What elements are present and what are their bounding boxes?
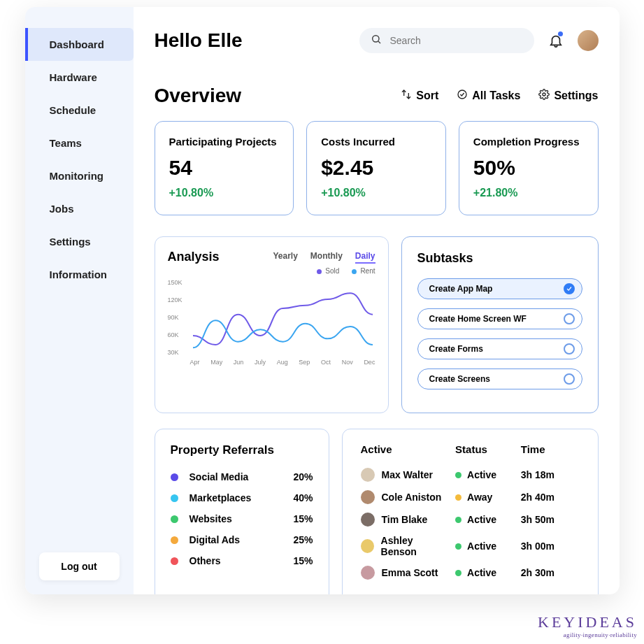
analysis-tab-daily[interactable]: Daily <box>355 251 375 264</box>
sort-button[interactable]: Sort <box>401 89 438 103</box>
notifications-button[interactable] <box>548 33 564 48</box>
status-dot <box>455 570 461 576</box>
subtask-item[interactable]: Create App Map <box>417 278 582 299</box>
status-text: Active <box>467 541 496 552</box>
logout-button[interactable]: Log out <box>39 552 120 580</box>
color-dot <box>171 557 178 565</box>
avatar <box>361 468 375 482</box>
col-time: Time <box>521 443 580 455</box>
status-text: Active <box>467 469 496 480</box>
referral-label: Social Media <box>189 471 249 482</box>
active-user-row: Cole Aniston Away 2h 40m <box>361 490 580 504</box>
time-text: 3h 18m <box>521 469 580 480</box>
color-dot <box>171 536 178 544</box>
gear-icon <box>538 89 550 103</box>
sidebar-item-jobs[interactable]: Jobs <box>25 192 134 225</box>
referral-label: Websites <box>189 513 232 524</box>
svg-point-2 <box>458 90 466 99</box>
analysis-title: Analysis <box>168 250 220 264</box>
sidebar-item-hardware[interactable]: Hardware <box>25 61 134 94</box>
color-dot <box>171 515 178 523</box>
subtask-item[interactable]: Create Screens <box>417 368 582 389</box>
card-value: 54 <box>169 156 280 180</box>
overview-header: Overview Sort All Tasks <box>155 85 599 107</box>
active-user-row: Tim Blake Active 3h 50m <box>361 513 580 527</box>
user-name: Max Walter <box>382 469 433 480</box>
sidebar-item-information[interactable]: Information <box>25 258 134 291</box>
analysis-tab-yearly[interactable]: Yearly <box>273 251 297 264</box>
referral-item: Digital Ads 25% <box>171 534 313 545</box>
referrals-panel: Property Referrals Social Media 20% Mark… <box>155 429 329 594</box>
referral-pct: 20% <box>293 471 313 482</box>
svg-point-0 <box>372 36 378 42</box>
circle-icon <box>564 313 575 324</box>
subtask-label: Create App Map <box>429 284 493 294</box>
status-dot <box>455 494 461 501</box>
search-icon <box>371 34 382 48</box>
status-text: Away <box>467 492 492 503</box>
user-avatar[interactable] <box>578 30 599 51</box>
sidebar-item-monitoring[interactable]: Monitoring <box>25 159 134 192</box>
status-text: Active <box>467 567 496 578</box>
time-text: 3h 00m <box>521 541 580 552</box>
referral-label: Marketplaces <box>189 492 252 503</box>
subtask-label: Create Screens <box>429 374 490 384</box>
analysis-tab-monthly[interactable]: Monthly <box>310 251 343 264</box>
avatar <box>361 566 375 580</box>
card-value: $2.45 <box>321 156 431 180</box>
color-dot <box>171 473 178 481</box>
settings-button[interactable]: Settings <box>538 89 598 103</box>
subtasks-title: Subtasks <box>417 251 582 266</box>
stat-card: Completion Progress 50% +21.80% <box>459 121 599 215</box>
sidebar-item-dashboard[interactable]: Dashboard <box>25 28 134 61</box>
active-user-row: Max Walter Active 3h 18m <box>361 468 580 482</box>
avatar <box>361 490 375 504</box>
user-name: Emma Scott <box>382 567 438 578</box>
legend-sold: Sold <box>317 267 339 275</box>
time-text: 2h 30m <box>521 567 580 578</box>
subtask-label: Create Forms <box>429 344 483 354</box>
active-user-row: Ashley Benson Active 3h 00m <box>361 535 580 557</box>
active-user-row: Emma Scott Active 2h 30m <box>361 566 580 580</box>
card-title: Costs Incurred <box>321 136 431 148</box>
status-dot <box>455 543 461 550</box>
referral-item: Websites 15% <box>171 513 313 524</box>
analysis-panel: Analysis YearlyMonthlyDaily Sold Rent 15… <box>155 236 389 413</box>
referrals-title: Property Referrals <box>171 443 313 457</box>
referral-pct: 15% <box>293 513 313 524</box>
topbar: Hello Elle <box>155 28 599 53</box>
col-active: Active <box>361 443 449 455</box>
sidebar-item-schedule[interactable]: Schedule <box>25 94 134 127</box>
active-users-panel: Active Status Time Max Walter Active 3h … <box>342 429 599 594</box>
sidebar-item-settings[interactable]: Settings <box>25 225 134 258</box>
avatar <box>361 539 374 553</box>
subtask-item[interactable]: Create Forms <box>417 338 582 359</box>
sort-icon <box>401 89 412 103</box>
analysis-chart: 150K120K90K60K30K AprMayJunJulyAugSepOct… <box>168 279 375 366</box>
status-dot <box>455 517 461 523</box>
referral-pct: 25% <box>293 534 313 545</box>
user-name: Cole Aniston <box>382 492 442 503</box>
subtask-item[interactable]: Create Home Screen WF <box>417 308 582 329</box>
all-tasks-button[interactable]: All Tasks <box>457 89 520 103</box>
search-box[interactable] <box>359 28 534 53</box>
referral-pct: 40% <box>293 492 313 503</box>
user-name: Ashley Benson <box>381 535 448 557</box>
card-delta: +10.80% <box>169 187 280 199</box>
stats-cards: Participating Projects 54 +10.80%Costs I… <box>155 121 599 215</box>
referral-item: Marketplaces 40% <box>171 492 313 503</box>
referral-label: Others <box>189 555 221 566</box>
svg-line-1 <box>378 41 380 43</box>
status-dot <box>455 472 461 478</box>
card-value: 50% <box>473 156 584 180</box>
referral-pct: 15% <box>293 555 313 566</box>
col-status: Status <box>455 443 514 455</box>
sidebar-item-teams[interactable]: Teams <box>25 127 134 159</box>
subtasks-panel: Subtasks Create App Map Create Home Scre… <box>401 236 599 413</box>
overview-title: Overview <box>155 85 242 107</box>
search-input[interactable] <box>390 35 523 46</box>
legend-rent: Rent <box>352 267 375 275</box>
page-greeting: Hello Elle <box>155 29 243 52</box>
card-delta: +10.80% <box>321 187 431 199</box>
avatar <box>361 513 375 527</box>
